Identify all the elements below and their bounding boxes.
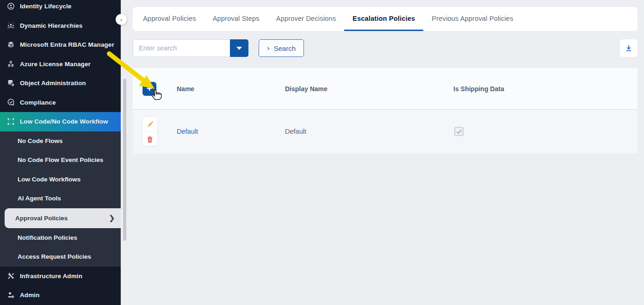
table-header-row: + Name Display Name Is Shipping Data	[133, 68, 638, 109]
chevron-right-icon: ›	[267, 44, 270, 52]
search-toolbar: › Search	[133, 39, 638, 57]
check-icon	[456, 129, 462, 134]
row-action-group	[142, 117, 157, 146]
sidebar-item-object-administration[interactable]: Object Administration	[0, 74, 121, 93]
dynamic-hierarchies-icon	[6, 21, 15, 30]
sidebar-item-no-code-flows[interactable]: No Code Flows	[0, 131, 121, 151]
sidebar-item-approval-policies[interactable]: Approval Policies ❯	[5, 208, 121, 228]
main-content: Approval Policies Approval Steps Approve…	[121, 0, 644, 305]
chevron-left-icon: ‹	[120, 16, 122, 23]
sidebar-item-label: Notification Policies	[18, 234, 77, 241]
sidebar-item-rbac-manager[interactable]: Microsoft Entra RBAC Manager	[0, 35, 121, 55]
sidebar: Identity Lifecycle Dynamic Hierarchies M…	[0, 0, 121, 305]
sidebar-item-label: Low Code Workflows	[18, 176, 80, 183]
compliance-icon	[6, 98, 15, 106]
search-button[interactable]: › Search	[259, 39, 304, 57]
download-button[interactable]	[620, 39, 638, 57]
infrastructure-admin-icon	[6, 272, 15, 280]
column-header-is-shipping-data: Is Shipping Data	[453, 85, 638, 93]
sidebar-item-compliance[interactable]: Compliance	[0, 93, 121, 112]
chevron-right-icon: ❯	[109, 214, 115, 222]
sidebar-scrollbar[interactable]	[123, 79, 126, 241]
sidebar-item-ai-agent-tools[interactable]: AI Agent Tools	[0, 189, 121, 208]
sidebar-item-label: Access Request Policies	[18, 253, 91, 260]
trash-icon	[147, 136, 153, 143]
object-administration-icon	[6, 79, 15, 87]
sidebar-item-infrastructure-admin[interactable]: Infrastructure Admin	[0, 267, 121, 286]
tab-approver-decisions[interactable]: Approver Decisions	[268, 7, 344, 31]
sidebar-item-label: Low Code/No Code Workflow	[20, 118, 108, 125]
table-row: Default Default	[133, 109, 638, 153]
is-shipping-data-checkbox[interactable]	[454, 127, 464, 136]
sidebar-item-admin[interactable]: Admin	[0, 286, 121, 305]
search-input[interactable]	[133, 39, 230, 57]
sidebar-item-low-code-workflows[interactable]: Low Code Workflows	[0, 170, 121, 189]
sidebar-item-no-code-flow-event-policies[interactable]: No Code Flow Event Policies	[0, 150, 121, 170]
sidebar-item-azure-license-manager[interactable]: Azure License Manager	[0, 55, 121, 74]
sidebar-item-label: No Code Flows	[18, 137, 63, 144]
sidebar-item-label: AI Agent Tools	[18, 195, 61, 202]
tab-previous-approval-policies[interactable]: Previous Approval Policies	[423, 7, 521, 31]
pencil-icon	[147, 121, 154, 128]
sidebar-item-label: Dynamic Hierarchies	[20, 22, 82, 29]
azure-license-icon	[6, 60, 15, 68]
delete-button[interactable]	[142, 131, 157, 146]
column-header-name: Name	[177, 85, 285, 93]
tab-escalation-policies[interactable]: Escalation Policies	[344, 7, 423, 31]
plus-icon: +	[147, 82, 152, 94]
sidebar-item-label: Infrastructure Admin	[20, 273, 82, 280]
sidebar-item-label: No Code Flow Event Policies	[18, 156, 103, 163]
sidebar-item-dynamic-hierarchies[interactable]: Dynamic Hierarchies	[0, 16, 121, 36]
search-dropdown-button[interactable]	[230, 39, 248, 57]
sidebar-item-low-code-no-code-workflow[interactable]: Low Code/No Code Workflow	[0, 112, 121, 131]
sidebar-item-access-request-policies[interactable]: Access Request Policies	[0, 247, 121, 267]
edit-button[interactable]	[142, 117, 157, 131]
tab-approval-policies[interactable]: Approval Policies	[135, 7, 204, 31]
app-root: Identity Lifecycle Dynamic Hierarchies M…	[0, 0, 644, 305]
tab-approval-steps[interactable]: Approval Steps	[204, 7, 268, 31]
sidebar-item-label: Approval Policies	[15, 215, 68, 222]
caret-down-icon	[236, 47, 242, 50]
admin-icon	[6, 291, 15, 299]
sidebar-item-label: Microsoft Entra RBAC Manager	[20, 41, 114, 48]
policy-display-name: Default	[285, 128, 306, 135]
rbac-manager-icon	[6, 41, 15, 49]
sidebar-item-label: Compliance	[20, 99, 56, 106]
sidebar-nav: Identity Lifecycle Dynamic Hierarchies M…	[0, 0, 121, 305]
search-group	[133, 39, 248, 57]
sidebar-item-identity-lifecycle[interactable]: Identity Lifecycle	[0, 0, 121, 16]
add-policy-button[interactable]: +	[142, 82, 156, 96]
sidebar-item-label: Object Administration	[20, 80, 86, 87]
download-icon	[625, 44, 633, 52]
sidebar-item-label: Azure License Manager	[20, 61, 91, 68]
column-header-display-name: Display Name	[285, 85, 453, 93]
sidebar-item-notification-policies[interactable]: Notification Policies	[0, 228, 121, 248]
policy-name-link[interactable]: Default	[177, 128, 198, 135]
sidebar-item-label: Admin	[20, 292, 40, 299]
escalation-policies-table: + Name Display Name Is Shipping Data	[133, 68, 638, 153]
tab-bar: Approval Policies Approval Steps Approve…	[133, 7, 638, 31]
identity-lifecycle-icon	[6, 2, 15, 11]
workflow-icon	[6, 118, 15, 126]
sidebar-item-label: Identity Lifecycle	[20, 3, 71, 10]
workflow-submenu: No Code Flows No Code Flow Event Policie…	[0, 131, 121, 267]
sidebar-collapse-button[interactable]: ‹	[116, 14, 127, 25]
